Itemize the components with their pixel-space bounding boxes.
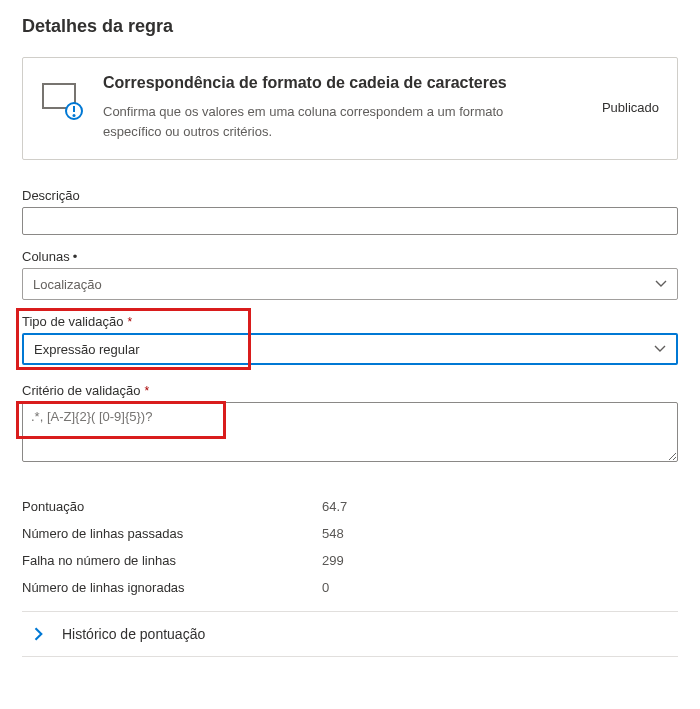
columns-label: Colunas• [22, 249, 678, 264]
svg-point-3 [73, 114, 76, 117]
string-format-icon [41, 78, 85, 122]
rule-card-description: Confirma que os valores em uma coluna co… [103, 102, 523, 141]
validation-type-value: Expressão regular [34, 342, 140, 357]
stat-value: 548 [322, 526, 344, 541]
stat-row-failed: Falha no número de linhas 299 [22, 547, 678, 574]
stat-value: 299 [322, 553, 344, 568]
page-title: Detalhes da regra [22, 16, 678, 37]
validation-type-label: Tipo de validação* [22, 314, 678, 329]
stat-row-passed: Número de linhas passadas 548 [22, 520, 678, 547]
validation-type-select[interactable]: Expressão regular [22, 333, 678, 365]
validation-criteria-field: Critério de validação* [22, 383, 678, 465]
rule-card-title: Correspondência de formato de cadeia de … [103, 74, 580, 92]
stat-value: 64.7 [322, 499, 347, 514]
rule-status: Publicado [602, 100, 659, 115]
validation-type-field: Tipo de validação* Expressão regular [22, 314, 678, 365]
stat-label: Número de linhas ignoradas [22, 580, 322, 595]
stat-value: 0 [322, 580, 329, 595]
rule-summary-card: Correspondência de formato de cadeia de … [22, 57, 678, 160]
description-field: Descrição [22, 188, 678, 235]
stat-label: Falha no número de linhas [22, 553, 322, 568]
chevron-down-icon [654, 343, 666, 355]
stat-row-ignored: Número de linhas ignoradas 0 [22, 574, 678, 601]
description-input[interactable] [22, 207, 678, 235]
columns-select[interactable]: Localização [22, 268, 678, 300]
stat-row-score: Pontuação 64.7 [22, 493, 678, 520]
validation-criteria-textarea[interactable] [22, 402, 678, 462]
validation-criteria-label: Critério de validação* [22, 383, 678, 398]
stat-label: Pontuação [22, 499, 322, 514]
description-label: Descrição [22, 188, 678, 203]
chevron-down-icon [655, 278, 667, 290]
columns-field: Colunas• Localização [22, 249, 678, 300]
chevron-right-icon [32, 627, 46, 641]
stats-table: Pontuação 64.7 Número de linhas passadas… [22, 493, 678, 601]
stat-label: Número de linhas passadas [22, 526, 322, 541]
score-history-toggle[interactable]: Histórico de pontuação [22, 612, 678, 657]
columns-value: Localização [33, 277, 102, 292]
score-history-label: Histórico de pontuação [62, 626, 205, 642]
